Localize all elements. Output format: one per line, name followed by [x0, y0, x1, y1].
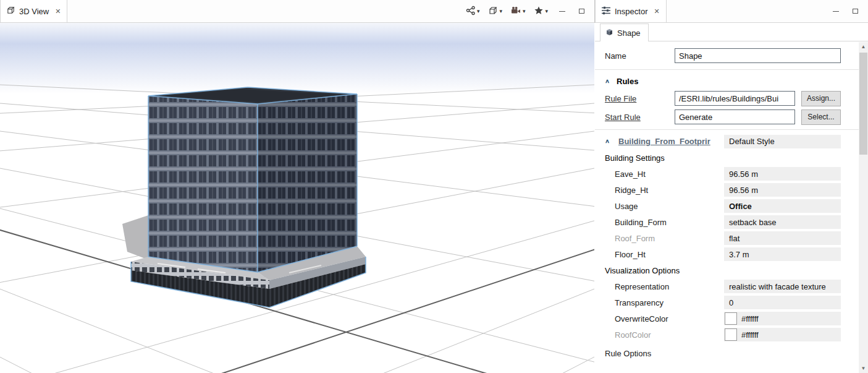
prop-value[interactable]: 0 [724, 296, 841, 309]
start-rule-input[interactable] [675, 109, 795, 124]
cityengine-window: 3D View ✕ ▾ [0, 0, 868, 373]
prop-row-overwrite-color: OverwriteColor #ffffff [605, 311, 841, 327]
tab-inspector[interactable]: Inspector ✕ [595, 0, 667, 22]
tab-3d-view[interactable]: 3D View ✕ [0, 0, 67, 22]
prop-label: Building_Form [615, 218, 724, 227]
rule-file-label[interactable]: Rule File [605, 94, 636, 103]
sky-gradient [0, 23, 594, 97]
maximize-icon[interactable] [579, 9, 584, 14]
divider [595, 129, 868, 130]
default-style-value[interactable]: Default Style [724, 135, 841, 148]
color-hex: #ffffff [741, 330, 759, 340]
scroll-down-icon[interactable]: ▼ [859, 364, 868, 373]
prop-row-transparency: Transparency 0 [605, 294, 841, 311]
prop-value[interactable]: 96.56 m [724, 167, 841, 181]
name-input[interactable] [675, 48, 841, 63]
building-model[interactable] [131, 87, 366, 307]
model-dropdown[interactable]: ▾ [488, 6, 502, 17]
chevron-down-icon: ▾ [523, 8, 526, 14]
collapse-chevron-icon[interactable]: ∧ [605, 78, 612, 84]
rules-header-label: Rules [617, 77, 638, 86]
scene-graph-icon [466, 6, 476, 17]
camera-icon [511, 6, 521, 17]
inspector-pane: Inspector ✕ Shape [595, 0, 868, 373]
prop-value[interactable]: 3.7 m [724, 247, 841, 261]
prop-label: Transparency [615, 298, 724, 307]
prop-label: Roof_Form [615, 234, 724, 243]
prop-row-ridge-ht: Ridge_Ht 96.56 m [605, 182, 841, 198]
building-settings-header: Building Settings [605, 150, 841, 166]
tab-inspector-label: Inspector [615, 7, 647, 16]
tab-shape[interactable]: Shape [600, 24, 649, 41]
prop-label: Floor_Ht [615, 250, 724, 259]
prop-value[interactable]: setback base [724, 215, 841, 229]
view3d-pane: 3D View ✕ ▾ [0, 0, 595, 373]
camera-dropdown[interactable]: ▾ [511, 6, 526, 17]
prop-value[interactable]: #ffffff [724, 312, 841, 325]
chevron-down-icon: ▾ [545, 8, 548, 14]
prop-value[interactable]: realistic with facade texture [724, 280, 841, 293]
prop-row-roof-form: Roof_Form flat [605, 230, 841, 246]
scrollbar-thumb[interactable] [859, 53, 867, 155]
viewport-3d[interactable] [0, 23, 595, 373]
prop-value[interactable]: #ffffff [724, 328, 841, 341]
rules-section-header[interactable]: ∧ Rules [605, 73, 841, 89]
prop-row-eave-ht: Eave_Ht 96.56 m [605, 166, 841, 182]
prop-label: Usage [615, 202, 724, 211]
inspector-form: Name ∧ Rules Rule File Assign... Start R… [595, 41, 868, 360]
collapse-chevron-icon[interactable]: ∧ [605, 138, 618, 144]
shape-cube-icon [605, 28, 613, 38]
name-label: Name [605, 51, 675, 61]
prop-row-roof-color: RoofColor #ffffff [605, 327, 841, 343]
view3d-tabbar: 3D View ✕ ▾ [0, 0, 594, 23]
rule-file-row: Rule File Assign... [605, 89, 841, 108]
inspector-subtabbar: Shape [595, 23, 868, 41]
tab-3d-view-label: 3D View [19, 7, 49, 16]
prop-row-representation: Representation realistic with facade tex… [605, 278, 841, 294]
color-hex: #ffffff [741, 314, 759, 324]
building-from-footprint-row: ∧ Building_From_Footprir Default Style [605, 133, 841, 150]
chevron-down-icon: ▾ [477, 8, 480, 14]
visualization-options-header: Visualization Options [605, 262, 841, 278]
prop-label: RoofColor [615, 330, 724, 340]
minimize-icon[interactable] [559, 11, 565, 12]
model-cube-icon [488, 6, 498, 17]
prop-label: OverwriteColor [615, 314, 724, 324]
name-row: Name [605, 45, 841, 66]
scene-graph-dropdown[interactable]: ▾ [466, 6, 480, 17]
assign-button[interactable]: Assign... [801, 91, 841, 106]
color-swatch[interactable] [725, 312, 737, 325]
prop-row-floor-ht: Floor_Ht 3.7 m [605, 246, 841, 262]
prop-value[interactable]: 96.56 m [724, 183, 841, 197]
prop-label: Eave_Ht [615, 169, 724, 179]
inspector-sliders-icon [601, 6, 611, 17]
building-from-footprint-link[interactable]: Building_From_Footprir [618, 137, 724, 146]
3d-view-icon [6, 6, 15, 17]
maximize-icon[interactable] [853, 9, 858, 14]
scroll-up-icon[interactable]: ▲ [859, 42, 868, 51]
color-swatch[interactable] [725, 328, 737, 341]
minimize-icon[interactable] [833, 11, 839, 12]
bookmarks-dropdown[interactable]: ▾ [534, 6, 548, 17]
prop-value[interactable]: Office [724, 199, 841, 213]
prop-label: Representation [615, 282, 724, 291]
select-button[interactable]: Select... [801, 109, 841, 125]
tab-3d-view-close-icon[interactable]: ✕ [55, 7, 61, 15]
bookmark-star-icon [534, 6, 544, 17]
inspector-scrollbar[interactable]: ▲ ▼ [859, 42, 868, 373]
prop-value[interactable]: flat [724, 231, 841, 245]
prop-label: Ridge_Ht [615, 186, 724, 195]
tab-shape-label: Shape [617, 28, 641, 38]
prop-row-usage: Usage Office [605, 198, 841, 214]
inspector-tabbar: Inspector ✕ [595, 0, 868, 23]
rule-options-header: Rule Options [605, 346, 841, 360]
tab-inspector-close-icon[interactable]: ✕ [654, 7, 659, 15]
divider [595, 69, 868, 70]
start-rule-row: Start Rule Select... [605, 108, 841, 126]
rule-file-input[interactable] [675, 91, 795, 106]
prop-row-building-form: Building_Form setback base [605, 214, 841, 230]
chevron-down-icon: ▾ [499, 8, 502, 14]
start-rule-label[interactable]: Start Rule [605, 113, 641, 122]
